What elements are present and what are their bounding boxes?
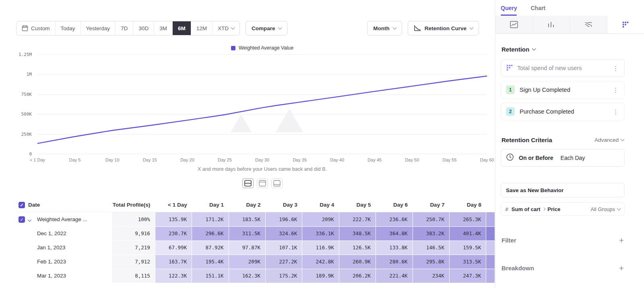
retention-value-cell: 383.2K	[413, 226, 449, 240]
add-filter-button[interactable]: +	[619, 236, 624, 244]
measure-row[interactable]: # Sum of cart Price All Groups	[501, 202, 625, 216]
range-7d[interactable]: 7D	[116, 21, 133, 35]
criteria-frequency[interactable]: Each Day	[561, 155, 585, 161]
measure-label-right: Price	[547, 206, 560, 212]
breakdown-section: Breakdown +	[501, 264, 625, 272]
flows-icon[interactable]	[570, 16, 607, 33]
chart-legend-item[interactable]: Weighted Average Value	[37, 45, 487, 51]
chart-x-axis: < 1 DayDay 5Day 10Day 15Day 20Day 25Day …	[37, 157, 487, 163]
chevron-down-icon	[532, 47, 536, 51]
range-custom[interactable]: Custom	[17, 21, 56, 35]
retention-value-cell: 260.9K	[339, 255, 376, 269]
retention-value-cell: 247.3K	[449, 269, 486, 283]
step-menu-button[interactable]: ⋮	[612, 87, 619, 93]
range-3m[interactable]: 3M	[154, 21, 173, 35]
row-label-cell: Mar 1, 2023	[16, 269, 111, 283]
column-header: Day 6	[376, 198, 413, 212]
range-today[interactable]: Today	[56, 21, 81, 35]
y-axis-label: 750K	[21, 92, 32, 97]
range-12m[interactable]: 12M	[191, 21, 213, 35]
date-column-header: ✓Date	[16, 198, 111, 212]
behavior-steps: 1Sign Up Completed⋮2Purchase Completed⋮	[501, 81, 625, 120]
retention-value-cell: 236.6K	[376, 212, 413, 227]
row-expand-chevron[interactable]	[28, 216, 34, 222]
retention-table: ✓DateTotal Profile(s)< 1 DayDay 1Day 2Da…	[16, 198, 495, 283]
row-checkbox[interactable]: ✓	[19, 216, 25, 223]
chart-type-dropdown[interactable]: Retention Curve	[408, 21, 479, 35]
retention-chart: 0250K500K750K1M1.25M < 1 DayDay 5Day 10D…	[0, 55, 495, 172]
step-menu-button[interactable]: ⋮	[612, 109, 619, 115]
breakdown-label: Breakdown	[502, 265, 619, 271]
month-dropdown[interactable]: Month	[367, 21, 402, 35]
criteria-condition[interactable]: On or Before	[519, 155, 553, 161]
range-xtd[interactable]: XTD	[213, 21, 239, 35]
retention-grid-icon[interactable]	[607, 16, 644, 33]
table-row: ✓Weighted Average ...100%135.9K171.2K183…	[16, 212, 495, 227]
compare-button[interactable]: Compare	[246, 21, 288, 35]
chevron-down-icon	[621, 137, 625, 141]
retention-value-cell: 107.1K	[265, 240, 302, 255]
retention-value-cell: 227.2K	[265, 255, 302, 269]
retention-value-cell: 364.8K	[376, 226, 413, 240]
chart-type-label: Retention Curve	[425, 25, 466, 31]
main-panel: CustomTodayYesterday7D30D3M6M12MXTD Comp…	[0, 0, 495, 288]
x-axis-label: Day 10	[105, 157, 120, 162]
chart-axis-caption: X and more days before your Users came b…	[37, 166, 487, 172]
chevron-down-icon	[470, 25, 474, 29]
x-axis-label: Day 5	[69, 157, 81, 162]
table-header-row: ✓DateTotal Profile(s)< 1 DayDay 1Day 2Da…	[16, 198, 495, 212]
retention-value-cell: 221.4K	[376, 269, 413, 283]
range-label: 12M	[196, 25, 207, 31]
behavior-menu-button[interactable]: ⋮	[612, 65, 619, 71]
total-profiles-cell: 9,916	[111, 226, 155, 240]
range-yesterday[interactable]: Yesterday	[81, 21, 116, 35]
retention-value-cell: 116.9K	[302, 240, 339, 255]
sidebar-tabs: QueryChart	[495, 0, 644, 16]
select-all-checkbox[interactable]: ✓	[19, 202, 25, 208]
retention-value-cell: 146.5K	[413, 240, 449, 255]
behavior-card[interactable]: Total spend of new users ⋮	[501, 59, 625, 77]
save-as-new-behavior-button[interactable]: Save as New Behavior	[501, 183, 625, 197]
chevron-down-icon	[231, 25, 235, 29]
criteria-card[interactable]: On or Before Each Day	[501, 149, 625, 167]
retention-section-header[interactable]: Retention	[502, 46, 625, 53]
behavior-step[interactable]: 1Sign Up Completed⋮	[501, 81, 625, 99]
funnels-bars-icon[interactable]	[533, 16, 570, 33]
column-header: < 1 Day	[155, 198, 192, 212]
all-groups-dropdown[interactable]: All Groups	[590, 206, 620, 212]
caret-right-icon	[542, 207, 545, 211]
range-6m[interactable]: 6M	[173, 21, 191, 35]
retention-value-cell: 122.3K	[155, 269, 192, 283]
layout-toggle-split-bottom[interactable]	[271, 178, 283, 188]
range-label: Custom	[31, 25, 50, 31]
row-label-cell: Dec 1, 2022	[16, 226, 111, 240]
retention-value-cell: 324.6K	[265, 226, 302, 240]
table-row: Dec 1, 20229,916230.7K296.6K311.5K324.6K…	[16, 226, 495, 240]
column-header: Day 1	[192, 198, 229, 212]
advanced-dropdown[interactable]: Advanced	[594, 137, 624, 143]
retention-value-cell: 87.92K	[192, 240, 229, 255]
table-row: Feb 1, 20237,912163.7K195.4K209K227.2K24…	[16, 255, 495, 269]
tab-chart[interactable]: Chart	[530, 5, 545, 16]
retention-value-cell: 280.6K	[376, 255, 413, 269]
insights-chart-icon[interactable]	[495, 16, 533, 33]
retention-value-cell: 296.6K	[192, 226, 229, 240]
range-30d[interactable]: 30D	[133, 21, 154, 35]
layout-toggle-split-top[interactable]	[257, 178, 268, 188]
step-index-badge: 2	[506, 107, 515, 116]
add-breakdown-button[interactable]: +	[619, 264, 624, 272]
partial-next-cell	[486, 240, 495, 255]
behavior-step[interactable]: 2Purchase Completed⋮	[501, 103, 625, 120]
total-profiles-cell: 100%	[111, 212, 155, 227]
sidebar-body: Retention Total spend of new users ⋮ 1Si…	[495, 34, 644, 288]
column-header: Total Profile(s)	[111, 198, 155, 212]
row-label-cell: Jan 1, 2023	[16, 240, 111, 255]
x-axis-label: Day 40	[330, 157, 344, 162]
retention-value-cell: 126.5K	[339, 240, 376, 255]
x-axis-label: Day 60	[480, 157, 494, 162]
partial-next-cell	[486, 255, 495, 269]
tab-query[interactable]: Query	[501, 5, 517, 16]
retention-value-cell: 242.8K	[302, 255, 339, 269]
layout-toggle-split-middle[interactable]	[242, 178, 254, 188]
legend-label: Weighted Average Value	[239, 45, 293, 51]
